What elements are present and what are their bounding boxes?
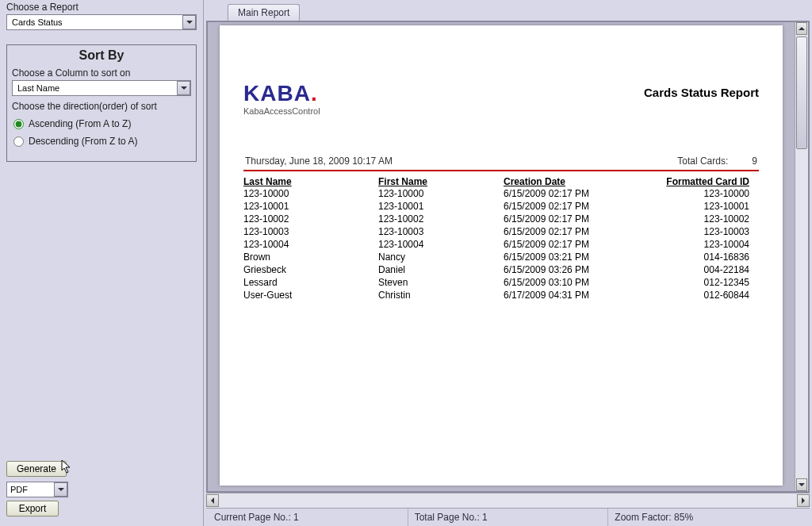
cell-last-name: 123-10000 — [243, 187, 378, 200]
col-card-id: Formatted Card ID — [654, 176, 749, 187]
cell-creation-date: 6/15/2009 03:21 PM — [504, 251, 654, 263]
col-last-name: Last Name — [243, 176, 378, 187]
report-select[interactable] — [6, 14, 197, 30]
chevron-down-icon — [799, 483, 805, 486]
cell-card-id: 123-10003 — [654, 225, 749, 238]
cell-last-name: 123-10004 — [243, 238, 378, 251]
cell-first-name: Steven — [378, 276, 504, 289]
cell-first-name: Christin — [378, 289, 504, 301]
cell-last-name: 123-10002 — [243, 213, 378, 225]
scroll-thumb[interactable] — [796, 36, 807, 149]
chevron-right-icon — [802, 497, 805, 504]
cell-card-id: 123-10004 — [654, 238, 749, 251]
sort-desc-label: Descending (From Z to A) — [29, 136, 137, 147]
viewer-frame: KABA. KabaAccessControl Cards Status Rep… — [206, 21, 810, 493]
status-zoom: Zoom Factor: 85% — [608, 509, 808, 526]
brand-logo-text: KABA. — [243, 83, 320, 105]
scroll-left-button[interactable] — [206, 494, 219, 507]
table-row: 123-10002123-100026/15/2009 02:17 PM123-… — [243, 213, 759, 225]
status-total-page: Total Page No.: 1 — [408, 509, 609, 526]
cell-card-id: 004-22184 — [654, 263, 749, 276]
scroll-right-button[interactable] — [797, 494, 810, 507]
chevron-down-icon — [186, 21, 193, 24]
cell-creation-date: 6/15/2009 02:17 PM — [504, 187, 654, 200]
sort-asc-radio[interactable] — [13, 119, 24, 129]
cell-first-name: Nancy — [378, 251, 504, 263]
cell-creation-date: 6/15/2009 03:26 PM — [504, 263, 654, 276]
brand-logo: KABA. KabaAccessControl — [243, 83, 320, 116]
sort-column-label: Choose a Column to sort on — [12, 67, 191, 79]
scroll-down-button[interactable] — [796, 478, 807, 491]
cell-last-name: 123-10003 — [243, 225, 378, 238]
sort-order-label: Choose the direction(order) of sort — [12, 101, 191, 112]
sort-desc-option[interactable]: Descending (From Z to A) — [13, 136, 191, 147]
report-datetime: Thursday, June 18, 2009 10:17 AM — [245, 155, 393, 167]
cell-first-name: 123-10000 — [378, 187, 504, 200]
sort-order-group: Ascending (From A to Z) Descending (From… — [12, 118, 191, 147]
cell-last-name: User-Guest — [243, 289, 378, 301]
table-row: GriesbeckDaniel6/15/2009 03:26 PM004-221… — [243, 263, 759, 276]
cell-creation-date: 6/15/2009 02:17 PM — [504, 200, 654, 213]
table-row: BrownNancy6/15/2009 03:21 PM014-16836 — [243, 251, 759, 263]
chevron-down-icon — [181, 86, 187, 90]
cell-creation-date: 6/15/2009 03:10 PM — [504, 276, 654, 289]
cell-first-name: 123-10004 — [378, 238, 504, 251]
report-page: KABA. KabaAccessControl Cards Status Rep… — [220, 25, 783, 486]
cell-creation-date: 6/17/2009 04:31 PM — [504, 289, 654, 301]
sort-title: Sort By — [12, 48, 191, 63]
col-creation-date: Creation Date — [504, 176, 654, 187]
status-current-page: Current Page No.: 1 — [208, 509, 408, 526]
choose-report-label: Choose a Report — [6, 2, 197, 13]
table-header-row: Last Name First Name Creation Date Forma… — [243, 176, 759, 187]
cell-last-name: Brown — [243, 251, 378, 263]
tab-main-report[interactable]: Main Report — [228, 4, 300, 21]
report-select-dropdown[interactable] — [182, 15, 196, 29]
report-title: Cards Status Report — [644, 86, 759, 99]
hscroll-track[interactable] — [219, 493, 797, 508]
viewer-scroll[interactable]: KABA. KabaAccessControl Cards Status Rep… — [208, 22, 795, 491]
report-table: Last Name First Name Creation Date Forma… — [243, 176, 759, 301]
report-viewer-area: Main Report KABA. KabaAccessControl Card… — [204, 0, 812, 526]
sort-column-dropdown[interactable] — [177, 81, 190, 95]
cell-card-id: 123-10000 — [654, 187, 749, 200]
cell-last-name: 123-10001 — [243, 200, 378, 213]
cell-first-name: 123-10002 — [378, 213, 504, 225]
bottom-controls: Generate PDF Export — [6, 461, 197, 516]
cell-creation-date: 6/15/2009 02:17 PM — [504, 225, 654, 238]
table-row: 123-10003123-100036/15/2009 02:17 PM123-… — [243, 225, 759, 238]
status-bar: Current Page No.: 1 Total Page No.: 1 Zo… — [206, 508, 810, 526]
tab-strip: Main Report — [204, 0, 812, 21]
generate-button[interactable]: Generate — [6, 461, 67, 477]
vertical-scrollbar[interactable] — [795, 22, 808, 491]
cell-card-id: 014-16836 — [654, 251, 749, 263]
left-panel: Choose a Report Sort By Choose a Column … — [0, 0, 204, 526]
table-row: 123-10001123-100016/15/2009 02:17 PM123-… — [243, 200, 759, 213]
chevron-left-icon — [211, 497, 214, 504]
report-meta-row: Thursday, June 18, 2009 10:17 AM Total C… — [243, 155, 759, 168]
scroll-track[interactable] — [795, 35, 808, 478]
scroll-up-button[interactable] — [796, 22, 807, 35]
cell-card-id: 123-10002 — [654, 213, 749, 225]
export-format-select[interactable]: PDF — [6, 482, 68, 497]
sort-column-select[interactable] — [12, 80, 191, 96]
table-row: 123-10004123-100046/15/2009 02:17 PM123-… — [243, 238, 759, 251]
cell-first-name: 123-10001 — [378, 200, 504, 213]
horizontal-scrollbar[interactable] — [206, 493, 810, 508]
sort-asc-label: Ascending (From A to Z) — [29, 118, 131, 129]
cell-first-name: Daniel — [378, 263, 504, 276]
table-row: 123-10000123-100006/15/2009 02:17 PM123-… — [243, 187, 759, 200]
chevron-down-icon — [58, 488, 64, 491]
report-header: KABA. KabaAccessControl Cards Status Rep… — [243, 83, 759, 116]
sort-column-value[interactable] — [16, 83, 177, 94]
table-row: User-GuestChristin6/17/2009 04:31 PM012-… — [243, 289, 759, 301]
report-select-value[interactable] — [10, 17, 182, 28]
col-first-name: First Name — [378, 176, 504, 187]
cell-creation-date: 6/15/2009 02:17 PM — [504, 238, 654, 251]
export-format-dropdown[interactable] — [54, 482, 67, 497]
sort-asc-option[interactable]: Ascending (From A to Z) — [13, 118, 191, 129]
cell-first-name: 123-10003 — [378, 225, 504, 238]
cell-card-id: 012-12345 — [654, 276, 749, 289]
sort-desc-radio[interactable] — [13, 136, 24, 147]
export-format-value: PDF — [10, 485, 54, 494]
export-button[interactable]: Export — [6, 501, 59, 516]
